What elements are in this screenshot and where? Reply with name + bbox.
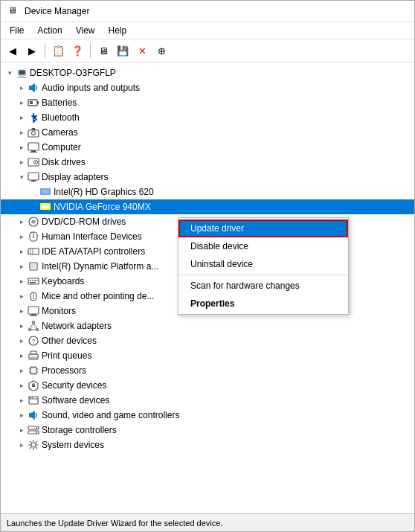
delete-button[interactable]: ✕ — [133, 42, 151, 60]
display-button[interactable]: 🖥 — [94, 42, 112, 60]
tree-item-processors[interactable]: ▸ Processors — [1, 363, 414, 378]
tree-item-storage[interactable]: ▸ Storage controllers — [1, 423, 414, 438]
tree-item-software[interactable]: ▸ Software devices — [1, 393, 414, 408]
icon-mice — [28, 290, 39, 302]
icon-sound — [28, 409, 39, 421]
main-area: ▾ 💻 DESKTOP-O3FGFLP ▸ Audio inputs and o… — [1, 63, 414, 513]
expander-ide: ▸ — [16, 246, 28, 257]
forward-button[interactable]: ▶ — [23, 42, 41, 60]
label-disk: Disk drives — [42, 157, 86, 167]
expander-audio: ▸ — [16, 82, 28, 94]
menu-bar: File Action View Help — [1, 22, 414, 39]
menu-help[interactable]: Help — [103, 24, 133, 37]
icon-hid — [28, 231, 39, 243]
svg-point-39 — [33, 298, 34, 299]
svg-rect-4 — [30, 101, 33, 104]
icon-keyboards — [28, 275, 39, 287]
tree-item-audio[interactable]: ▸ Audio inputs and outputs — [1, 80, 414, 95]
menu-file[interactable]: File — [4, 24, 30, 37]
label-print: Print queues — [42, 350, 91, 361]
icon-system — [28, 439, 39, 451]
tree-item-nvidia[interactable]: ▸ NVIDIA GeForce 940MX — [1, 199, 414, 214]
expander-bluetooth: ▸ — [16, 112, 28, 124]
label-processors: Processors — [42, 365, 86, 376]
tree-item-cameras[interactable]: ▸ Cameras — [1, 125, 414, 140]
menu-view[interactable]: View — [70, 24, 101, 37]
expander-other: ▸ — [16, 335, 28, 347]
icon-dvd — [28, 216, 39, 228]
expander-computer: ▸ — [16, 141, 28, 153]
icon-bluetooth — [28, 112, 39, 124]
svg-point-13 — [35, 161, 36, 163]
svg-rect-69 — [29, 413, 31, 417]
tree-item-network[interactable]: ▸ Network adapters — [1, 318, 414, 333]
ctx-scan-hardware[interactable]: Scan for hardware changes — [178, 277, 348, 295]
svg-point-73 — [36, 427, 37, 429]
svg-point-22 — [33, 221, 34, 222]
label-network: Network adapters — [42, 321, 112, 331]
expander-dvd: ▸ — [16, 216, 28, 228]
tree-item-root[interactable]: ▾ 💻 DESKTOP-O3FGFLP — [1, 65, 414, 80]
svg-point-74 — [36, 432, 37, 433]
svg-point-75 — [31, 443, 36, 447]
ctx-update-driver[interactable]: Update driver — [178, 219, 348, 237]
tree-item-sound[interactable]: ▸ Sound, video and game controllers — [1, 408, 414, 423]
svg-line-46 — [30, 324, 33, 329]
svg-point-67 — [30, 397, 31, 399]
label-display: Display adapters — [42, 172, 108, 182]
tree-item-security[interactable]: ▸ Security devices — [1, 378, 414, 393]
svg-rect-3 — [37, 101, 39, 104]
label-cameras: Cameras — [42, 127, 78, 138]
svg-rect-30 — [31, 264, 36, 269]
tree-item-system[interactable]: ▸ System devices — [1, 438, 414, 452]
label-ide: IDE ATA/ATAPI controllers — [42, 246, 145, 257]
expander-processors: ▸ — [16, 365, 28, 376]
label-security: Security devices — [42, 380, 106, 391]
icon-computer: 💻 — [16, 67, 28, 79]
icon-disk — [28, 156, 39, 168]
icon-network — [28, 320, 39, 332]
icon-print — [28, 350, 39, 362]
status-bar: Launches the Update Driver Wizard for th… — [1, 513, 414, 531]
menu-action[interactable]: Action — [31, 24, 68, 37]
label-storage: Storage controllers — [42, 425, 117, 435]
toolbar: ◀ ▶ 📋 ❓ 🖥 💾 ✕ ⊕ — [1, 39, 414, 63]
icon-cameras — [28, 126, 39, 138]
expander-network: ▸ — [16, 320, 28, 332]
icon-processors — [28, 365, 39, 376]
tree-item-bluetooth[interactable]: ▸ Bluetooth — [1, 110, 414, 125]
svg-rect-9 — [31, 150, 36, 152]
ctx-uninstall-device[interactable]: Uninstall device — [178, 255, 348, 273]
properties-button[interactable]: 📋 — [49, 42, 67, 60]
ctx-separator — [178, 275, 348, 275]
help-button[interactable]: ❓ — [68, 42, 86, 60]
svg-rect-32 — [30, 280, 31, 281]
tree-item-print[interactable]: ▸ Print queues — [1, 348, 414, 363]
save-button[interactable]: 💾 — [114, 42, 132, 60]
tree-item-disk[interactable]: ▸ Disk drives — [1, 155, 414, 170]
back-button[interactable]: ◀ — [4, 42, 22, 60]
expander-system: ▸ — [16, 439, 28, 451]
svg-point-43 — [33, 321, 35, 324]
svg-rect-31 — [28, 278, 39, 284]
expander-storage: ▸ — [16, 424, 28, 436]
ctx-properties[interactable]: Properties — [178, 295, 348, 313]
expander-root: ▾ — [4, 67, 16, 79]
toolbar-separator-1 — [45, 43, 45, 58]
tree-item-batteries[interactable]: ▸ Batteries — [1, 95, 414, 110]
icon-computer2 — [28, 141, 39, 153]
svg-rect-0 — [29, 86, 31, 90]
tree-item-intel-gpu[interactable]: ▸ Intel(R) HD Graphics 620 — [1, 185, 414, 199]
icon-software — [28, 394, 39, 406]
ctx-disable-device[interactable]: Disable device — [178, 237, 348, 255]
label-keyboards: Keyboards — [42, 276, 84, 286]
label-root: DESKTOP-O3FGFLP — [30, 68, 116, 78]
tree-item-display[interactable]: ▾ Display adapters — [1, 170, 414, 185]
tree-item-computer[interactable]: ▸ Computer — [1, 140, 414, 155]
expander-mice: ▸ — [16, 290, 28, 302]
label-sound: Sound, video and game controllers — [42, 410, 179, 420]
scan-button[interactable]: ⊕ — [152, 42, 170, 60]
label-intel-gpu: Intel(R) HD Graphics 620 — [54, 187, 154, 197]
tree-item-other[interactable]: ▸ ? Other devices — [1, 333, 414, 348]
svg-rect-35 — [36, 280, 38, 281]
